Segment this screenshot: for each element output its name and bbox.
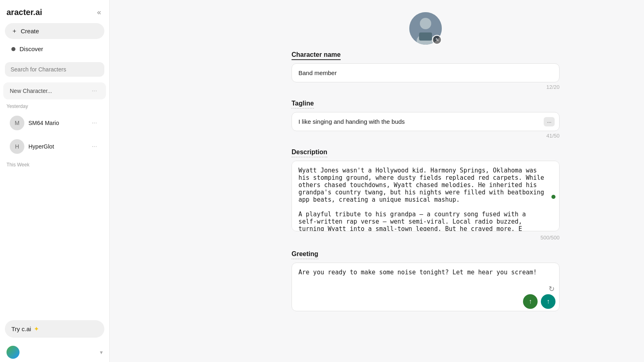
plus-icon: ＋ <box>11 27 17 35</box>
sidebar-header: aracter.ai « <box>0 0 109 22</box>
form-container: ✎ Character name 12/20 Tagline ··· 41/50… <box>178 0 576 347</box>
discover-label: Discover <box>19 45 43 52</box>
chat-item-left: M SM64 Mario <box>10 116 59 130</box>
chat-item-left-hyperglot: H HyperGlot <box>10 139 54 154</box>
sidebar: aracter.ai « ＋ Create Discover New Chara… <box>0 0 110 362</box>
action-teal-button[interactable]: ↑ <box>541 294 555 309</box>
hyperglot-more-button[interactable]: ··· <box>89 142 99 151</box>
discover-nav-item[interactable]: Discover <box>5 41 104 56</box>
tagline-more-button[interactable]: ··· <box>544 117 555 126</box>
yesterday-label: Yesterday <box>0 100 109 111</box>
character-name-label: Character name <box>292 51 341 60</box>
new-character-more-button[interactable]: ··· <box>89 86 99 95</box>
tagline-input[interactable] <box>292 112 560 131</box>
chat-name-hyperglot: HyperGlot <box>28 143 54 150</box>
description-counter: 500/500 <box>292 235 560 241</box>
chat-name-sm64mario: SM64 Mario <box>28 120 59 126</box>
greeting-label: Greeting <box>292 250 318 259</box>
avatar-sm64mario: M <box>10 116 24 130</box>
sm64mario-more-button[interactable]: ··· <box>89 119 99 127</box>
description-label: Description <box>292 149 327 157</box>
character-name-field-group: Character name 12/20 <box>292 51 560 90</box>
bottom-action-buttons: ↑ ↑ <box>523 294 555 309</box>
tagline-counter: 41/50 <box>292 133 560 139</box>
brand-name: aracter.ai <box>6 8 42 17</box>
tagline-wrapper: ··· <box>292 112 560 131</box>
user-avatar[interactable] <box>6 346 19 359</box>
discover-dot-icon <box>11 47 15 51</box>
chevron-down-icon[interactable]: ▾ <box>100 349 103 356</box>
greeting-textarea[interactable]: Are you ready to make some noise tonight… <box>292 263 560 311</box>
avatar-hyperglot: H <box>10 139 24 154</box>
avatar-wrapper: ✎ <box>409 12 442 45</box>
description-wrapper: Wyatt Jones wasn't a Hollywood kid. Harm… <box>292 161 560 233</box>
try-cai-label: Try c.ai <box>11 325 31 332</box>
greeting-field-group: Greeting Are you ready to make some nois… <box>292 250 560 313</box>
try-cai-button[interactable]: Try c.ai ✦ <box>5 320 104 338</box>
chat-item-hyperglot[interactable]: H HyperGlot ··· <box>3 135 106 158</box>
sidebar-bottom: ▾ <box>0 343 109 362</box>
tagline-field-group: Tagline ··· 41/50 <box>292 100 560 139</box>
avatar-edit-button[interactable]: ✎ <box>432 35 442 45</box>
arrow-up-icon: ↑ <box>529 298 532 305</box>
description-textarea[interactable]: Wyatt Jones wasn't a Hollywood kid. Harm… <box>292 161 560 231</box>
edit-icon: ✎ <box>435 37 439 43</box>
create-button[interactable]: ＋ Create <box>5 23 104 39</box>
chat-item-sm64mario[interactable]: M SM64 Mario ··· <box>3 112 106 134</box>
new-character-item[interactable]: New Character... ··· <box>3 82 106 99</box>
action-green-button[interactable]: ↑ <box>523 294 538 309</box>
avatar-section: ✎ <box>292 8 560 45</box>
sidebar-scroll-area: New Character... ··· Yesterday M SM64 Ma… <box>0 82 109 315</box>
character-name-input[interactable] <box>292 63 560 82</box>
arrow-up-alt-icon: ↑ <box>547 298 550 305</box>
collapse-button[interactable]: « <box>95 6 103 18</box>
new-character-label: New Character... <box>10 88 52 94</box>
star-icon: ✦ <box>34 325 39 333</box>
description-status-dot <box>551 195 555 199</box>
svg-point-1 <box>420 18 431 29</box>
create-label: Create <box>21 28 39 34</box>
greeting-wrapper: Are you ready to make some noise tonight… <box>292 263 560 313</box>
main-content: ✎ Character name 12/20 Tagline ··· 41/50… <box>110 0 644 362</box>
this-week-label: This Week <box>0 159 109 169</box>
svg-rect-3 <box>419 32 432 41</box>
tagline-label: Tagline <box>292 100 314 109</box>
description-field-group: Description Wyatt Jones wasn't a Hollywo… <box>292 149 560 241</box>
character-name-counter: 12/20 <box>292 84 560 90</box>
refresh-button[interactable]: ↻ <box>549 284 555 293</box>
search-input[interactable] <box>5 62 104 77</box>
